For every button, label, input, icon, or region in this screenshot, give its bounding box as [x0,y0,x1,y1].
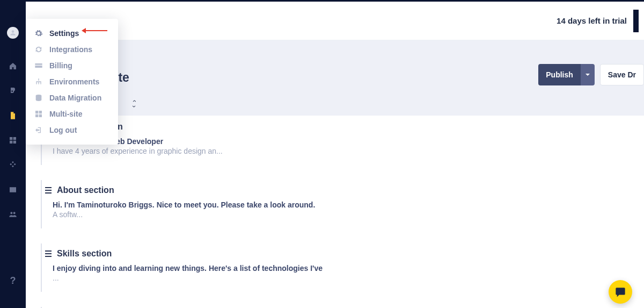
section-card[interactable]: Skills section I enjoy diving into and l… [41,243,644,292]
logout-icon [34,126,43,134]
user-dropdown-menu: Settings Integrations Billing Environmen… [26,19,118,145]
nav-team-icon[interactable] [8,209,18,220]
dropdown-label: Multi-site [49,110,82,118]
publish-dropdown-button[interactable] [581,64,595,85]
dropdown-item-multisite[interactable]: Multi-site [26,106,118,122]
database-icon [34,94,43,102]
publish-button-group: Publish [538,64,595,85]
nav-media-icon[interactable] [8,184,18,195]
section-title: Skills section [57,249,112,259]
drag-handle-icon[interactable] [45,187,52,194]
dropdown-label: Log out [49,126,77,134]
card-icon [34,61,43,70]
page-header: ite Publish Save Dr [26,40,644,116]
section-line1: I'm a Full Stack Web Developer [53,137,644,146]
help-icon[interactable]: ? [10,275,16,286]
gear-icon [34,29,43,38]
dropdown-item-integrations[interactable]: Integrations [26,41,118,58]
nav-pages-icon[interactable] [8,110,18,121]
dropdown-label: Billing [49,61,72,70]
nav-modules-icon[interactable] [8,160,18,170]
intercom-launcher[interactable] [609,280,632,304]
section-card[interactable]: About section Hi. I'm Taminoturoko Brigg… [41,180,644,228]
publish-button[interactable]: Publish [538,64,581,85]
dropdown-item-billing[interactable]: Billing [26,58,118,74]
sidebar: ? [0,2,26,308]
trial-cta-edge[interactable] [633,10,639,32]
section-line1: I enjoy diving into and learning new thi… [53,264,644,273]
section-line2: ... [53,274,644,282]
section-line2: A softw... [53,210,644,219]
section-card[interactable]: Landing section I'm a Full Stack Web Dev… [41,116,644,165]
content-area: Landing section I'm a Full Stack Web Dev… [26,116,644,308]
nav-grid-icon[interactable] [8,135,18,146]
dropdown-item-logout[interactable]: Log out [26,122,118,138]
dropdown-item-settings[interactable]: Settings [26,25,118,41]
dropdown-label: Integrations [49,45,92,54]
switch-chevrons-icon[interactable] [133,99,141,107]
drag-handle-icon[interactable] [45,250,52,257]
nav-home-icon[interactable] [8,61,18,71]
trial-bar: 14 days left in trial [26,2,644,40]
avatar[interactable] [7,27,19,39]
trial-text: 14 days left in trial [557,16,627,25]
dropdown-label: Settings [49,29,79,38]
dropdown-label: Data Migration [49,94,101,102]
section-line2: I have 4 years of experience in graphic … [53,147,644,155]
annotation-arrow-line [85,30,107,31]
section-title: About section [57,185,114,195]
dropdown-item-environments[interactable]: Environments [26,74,118,90]
save-draft-button[interactable]: Save Dr [600,64,644,85]
grid-icon [34,110,43,118]
annotation-arrow-head [82,28,86,33]
section-line1: Hi. I'm Taminoturoko Briggs. Nice to mee… [53,200,644,209]
nav-blog-icon[interactable] [8,85,18,96]
sync-icon [34,45,43,54]
tree-icon [34,77,43,86]
dropdown-label: Environments [49,77,99,86]
dropdown-item-data-migration[interactable]: Data Migration [26,90,118,106]
